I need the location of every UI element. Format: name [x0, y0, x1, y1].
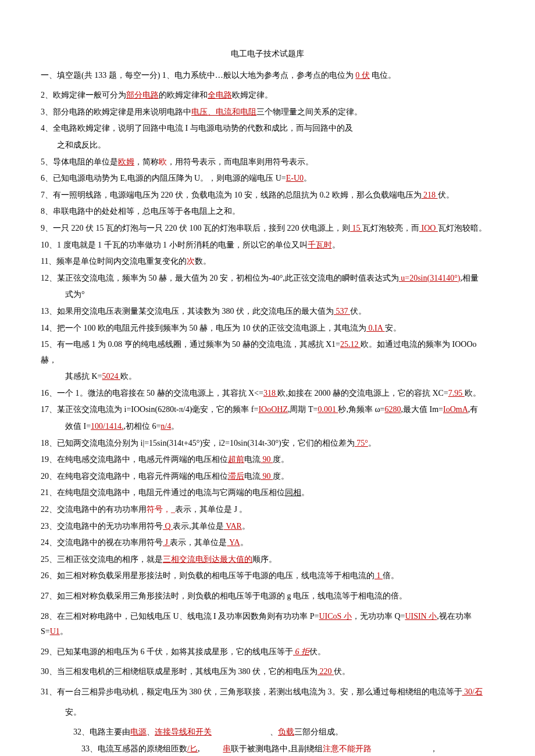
q11-pre: 11、频率是单位时间内交流电重复变化的: [41, 257, 187, 266]
q9-mid: 瓦灯泡较亮，而: [362, 224, 419, 232]
q15-line2: 其感抗 K=5024 欧。: [41, 369, 494, 385]
q12-pre: 12、某正弦交流电流，频率为 50 赫，最大值为 20 安，初相位为-40°,此…: [41, 274, 399, 282]
q10-a1: 千瓦时: [308, 241, 332, 249]
q16: 16、一个 1。微法的电容接在 50 赫的交流电源上，其容抗 X<=318 欧,…: [41, 386, 494, 402]
q2-a1: 部分电路: [126, 91, 159, 99]
q21-tail: 。: [301, 488, 309, 497]
q7-tail: 伏。: [438, 191, 454, 199]
q22: 22、交流电路中的有功功率用符号，_表示，其单位是 J 。: [41, 502, 494, 518]
q23-pre: 23、交流电路中的无功功率用符号: [41, 522, 163, 531]
q32-a2: 连接导线和开关: [155, 728, 212, 736]
q32-s2: 、: [270, 728, 278, 736]
q2-tail: 欧姆定律。: [232, 91, 273, 99]
q28-a3: U1: [50, 627, 60, 636]
q33-a3: 注意不能开路: [323, 744, 372, 753]
q21-pre: 21、在纯电阻交流电路中，电阻元件通过的电流与它两端的电压相位: [41, 488, 285, 497]
q17-a3: 6280: [385, 405, 401, 414]
q32-s1: 、: [147, 728, 155, 736]
q17-a4: IoOmA: [443, 405, 468, 414]
q23-a2: VAR: [224, 522, 242, 531]
q16-pre: 16、一个 1。微法的电容接在 50 赫的交流电源上，其容抗 X<=: [41, 389, 263, 397]
q15-pre: 15、有一电感 1 为 0.08 亨的纯电感线圈，通过频率为 50 赫的交流电流…: [41, 340, 340, 349]
q20-pre: 20、在纯电容交流电路中，电容元件两端的电压相位: [41, 472, 228, 481]
q28-pre: 28、在三相对称电路中，已知线电压 U、线电流 I 及功率因数角则有功功率 P=: [41, 612, 319, 621]
q9-a2: IOO: [419, 224, 438, 232]
q28-tail: 。: [60, 627, 68, 636]
q30: 30、当三相发电机的三相绕组联成星形时，其线电压为 380 伏，它的相电压为 2…: [41, 664, 494, 680]
q15: 15、有一电感 1 为 0.08 亨的纯电感线圈，通过频率为 50 赫的交流电流…: [41, 337, 494, 368]
q16-a2: 7.95: [448, 389, 465, 397]
q18-tail: 。: [368, 439, 376, 447]
q1-tail: 电位。: [372, 71, 396, 80]
q17: 17、某正弦交流电流为 i=IOOsin(6280t-π/4)毫安，它的频率 f…: [41, 402, 494, 418]
q16-mid: 欧,如接在 2000 赫的交流电源上，它的容抗 XC=: [277, 389, 448, 397]
q13: 13、如果用交流电压表测量某交流电压，其读数为 380 伏，此交流电压的最大值为…: [41, 304, 494, 320]
q33-mid: 联于被测电路中,且副绕组: [231, 744, 323, 753]
q11-a1: 次: [187, 257, 195, 266]
q2-pre: 2、欧姆定律一般可分为: [41, 91, 126, 99]
q14: 14、把一个 100 欧的电阻元件接到频率为 50 赫，电压为 10 伏的正弦交…: [41, 321, 494, 336]
q15-l2-pre: 其感抗 K=: [65, 372, 102, 381]
q17-line2: 效值 I=100/1414.,初相位 6=n/4。: [41, 419, 494, 435]
q30-tail: 伏。: [334, 667, 350, 676]
q6-pre: 6、已知电源电动势为 E,电源的内阻压降为 U。，则电源的端电压 U=: [41, 174, 286, 182]
q7: 7、有一照明线路，电源端电压为 220 伏，负载电流为 10 安，线路的总阻抗为…: [41, 188, 494, 203]
q3-pre: 3、部分电路的欧姆定律是用来说明电路中: [41, 108, 191, 116]
q24-a1: J: [163, 538, 170, 547]
q3-a1: 电压、电流和电阻: [191, 108, 256, 116]
q7-pre: 7、有一照明线路，电源端电压为 220 伏，负载电流为 10 安，线路的总阻抗为…: [41, 191, 422, 199]
q12-line2: 式为°: [41, 287, 494, 303]
q16-tail: 欧。: [465, 389, 481, 397]
q31-pre: 31、有一台三相异步电动机，额定电压为 380 伏，三角形联接，若测出线电流为 …: [41, 687, 462, 696]
q13-pre: 13、如果用交流电压表测量某交流电压，其读数为 380 伏，此交流电压的最大值为: [41, 307, 334, 316]
q24-a2: YA: [227, 538, 240, 547]
q17-a1: IOoOHZ: [258, 405, 288, 414]
q26-tail: 倍。: [383, 571, 399, 580]
q33-a1: /匕: [187, 744, 198, 753]
q6-a1: E-U0: [286, 174, 304, 182]
q11: 11、频率是单位时间内交流电重复变化的次数。: [41, 254, 494, 270]
q5-mid: ，简称: [134, 157, 159, 166]
q7-a1: 218: [422, 191, 438, 199]
q20-mid: 电流: [244, 472, 261, 481]
q24: 24、交流电路中的视在功率用符号 J 表示，其单位是 YA。: [41, 535, 494, 551]
q23: 23、交流电路中的无功功率用符号 Q 表示,其单位是 VAR。: [41, 519, 494, 535]
q5-a1: 欧姆: [118, 157, 134, 166]
q4-line2: 之和成反比。: [41, 138, 494, 153]
q17-tail: ,有: [468, 405, 479, 414]
q15-l2-tail: 欧。: [120, 372, 137, 381]
q15-l2-a1: 5024: [102, 372, 121, 381]
q3: 3、部分电路的欧姆定律是用来说明电路中电压、电流和电阻三个物理量之间关系的定律。: [41, 105, 494, 120]
q21-u: 同相: [285, 488, 301, 497]
q26-a1: 1: [374, 571, 383, 580]
q29: 29、已知某电源的相电压为 6 千伏，如将其接成星形，它的线电压等于 6 拒伏。: [41, 644, 494, 660]
q25: 25、三相正弦交流电的相序，就是三相交流电到达最大值的顺序。: [41, 552, 494, 568]
q22-pre: 22、交流电路中的有功功率用: [41, 505, 147, 514]
q22-tail: 表示，其单位是 J 。: [175, 505, 247, 514]
q14-tail: 安。: [385, 324, 401, 332]
q3-tail: 三个物理量之间关系的定律。: [256, 108, 362, 116]
q20-a2: 90: [261, 472, 273, 481]
q9: 9、一只 220 伏 15 瓦的灯泡与一只 220 伏 100 瓦的灯泡串联后，…: [41, 221, 494, 237]
q1-answer: 0 伏: [355, 71, 370, 80]
q12-a1: u=20sin(314140°): [399, 274, 461, 282]
q17-m3: ,最大值 Im=: [401, 405, 443, 414]
q28-a2: UISIN 小: [405, 612, 437, 621]
q32-tail: 三部分组成。: [294, 728, 343, 736]
q28: 28、在三相对称电路中，已知线电压 U、线电流 I 及功率因数角则有功功率 P=…: [41, 609, 494, 640]
q32: 32、电路主要由电源、连接导线和开关、负载三部分组成。: [41, 725, 494, 740]
q33: 33、电流互感器的原绕组匝数/匕,串联于被测电路中,且副绕组注意不能开路，: [41, 741, 494, 756]
q25-tail: 顺序。: [252, 555, 277, 564]
q23-a1: Q: [163, 522, 173, 531]
q15-a1: 25.12: [340, 340, 361, 349]
q14-a1: 0.IA: [366, 324, 385, 332]
q16-a1: 318: [263, 389, 278, 397]
q17-m2: 秒,角频率 ω=: [338, 405, 384, 414]
q31-line2: 安。: [41, 705, 494, 721]
q10: 10、1 度电就是 1 千瓦的功率做功 1 小时所消耗的电量，所以它的单位又叫千…: [41, 238, 494, 253]
q2-mid: 的欧姆定律和: [159, 91, 208, 99]
q30-a1: 220: [318, 667, 334, 676]
q18: 18、已知两交流电流分别为 i|=15sin(314t+45°)安，i2=10s…: [41, 436, 494, 452]
q29-pre: 29、已知某电源的相电压为 6 千伏，如将其接成星形，它的线电压等于: [41, 647, 293, 656]
q23-mid: 表示,其单位是: [173, 522, 224, 531]
